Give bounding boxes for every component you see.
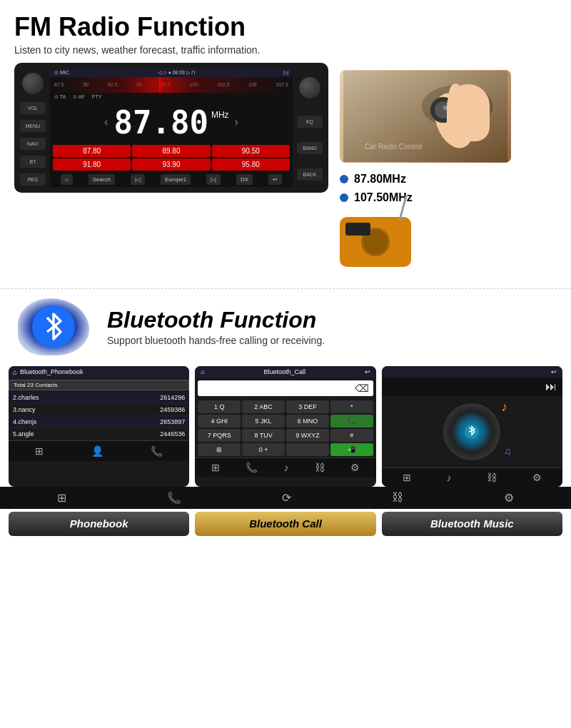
key-6[interactable]: 6 MNO [286, 415, 329, 428]
frequency-presets: 87.80 89.80 90.50 91.80 93.90 95.80 [50, 143, 293, 172]
link-icon-call[interactable]: ⛓ [315, 462, 325, 473]
tune-knob[interactable] [299, 77, 320, 98]
radio-left-buttons: VOL MENU NAVI BT RES [20, 69, 46, 187]
nav-link-icon[interactable]: ⛓ [392, 491, 403, 504]
bottom-navigation: ⊞ 📞 ⟳ ⛓ ⚙ [0, 487, 571, 509]
key-0[interactable]: 0 + [242, 443, 285, 456]
radio-icon [340, 217, 411, 281]
key-4[interactable]: 4 GHI [198, 415, 241, 428]
answer-button[interactable]: 📲 [330, 443, 373, 456]
key-7[interactable]: 7 PQRS [198, 429, 241, 442]
bt-button[interactable]: BT [20, 156, 46, 168]
btmusic-panel: ↩ ⏭ ♪ ♫ ⊞ ♪ ⛓ ⚙ [382, 366, 562, 487]
station-europe1[interactable]: Europe1 [161, 174, 191, 185]
fm-content-row: VOL MENU NAVI BT RES ⊙ MIC ◁ ☆ ♦ 08:03 ▷… [0, 63, 571, 281]
back-right-button[interactable]: BACK [297, 168, 323, 181]
gear-icon-music[interactable]: ⚙ [532, 472, 542, 483]
btmusic-label: Bluetooth Music [382, 512, 562, 536]
person-icon[interactable]: 👤 [91, 445, 103, 457]
svg-point-5 [435, 101, 452, 118]
res-button[interactable]: RES [20, 173, 46, 186]
nav-grid-icon[interactable]: ⊞ [57, 491, 66, 505]
preset-2[interactable]: 89.80 [132, 145, 210, 157]
backspace-icon[interactable]: ⌫ [355, 383, 369, 394]
key-2[interactable]: 2 ABC [242, 400, 285, 413]
key-empty [286, 443, 329, 456]
phonebook-bottom-bar: ⊞ 👤 📞 [9, 440, 189, 461]
bluetooth-section: Bluetooth Function Support bluetooth han… [0, 289, 571, 363]
nav-refresh-icon[interactable]: ⟳ [282, 491, 291, 505]
preset-5[interactable]: 93.90 [132, 158, 210, 171]
vinyl-record [443, 403, 500, 460]
music-note-1: ♪ [501, 400, 507, 415]
dx-button[interactable]: DX [236, 174, 253, 185]
freq-right-arrow[interactable]: › [232, 116, 241, 128]
key-9[interactable]: 9 WXYZ [286, 429, 329, 442]
gear-icon-call[interactable]: ⚙ [350, 462, 360, 473]
freq-bullet-2: 107.50MHz [340, 191, 413, 204]
key-grid[interactable]: ⊞ [198, 443, 241, 456]
vol-button[interactable]: VOL [20, 102, 46, 114]
bt-icon-circle [32, 305, 75, 348]
back-icon[interactable]: ↩ [365, 368, 370, 375]
bt-title: Bluetooth Function [107, 307, 557, 333]
nav-gear-icon[interactable]: ⚙ [504, 491, 514, 505]
key-hash[interactable]: # [330, 429, 373, 442]
btmusic-label-text: Bluetooth Music [430, 517, 514, 530]
music-note-2: ♫ [504, 445, 512, 457]
freq-left-arrow[interactable]: ‹ [101, 116, 111, 128]
phonebook-label: Phonebook [9, 512, 189, 536]
btcall-panel: ⌂ Bluetooth_Call ↩ ⌫ 1 Q 2 ABC 3 DEF * 4… [195, 366, 375, 487]
call-input[interactable]: ⌫ [198, 380, 373, 396]
contact-2[interactable]: 3.nancy 2459386 [9, 404, 189, 416]
contact-1[interactable]: 2.charles 2614296 [9, 392, 189, 404]
music-icon-bottom[interactable]: ♪ [446, 472, 451, 483]
contacts-count: Total 23 Contacts [9, 380, 189, 390]
phone-icon-call[interactable]: 📞 [246, 462, 258, 473]
call-button[interactable]: 📞 [330, 415, 373, 428]
nav-phone-icon[interactable]: 📞 [167, 491, 181, 505]
music-icon-call[interactable]: ♪ [283, 462, 288, 473]
svg-text:Car Radio Control: Car Radio Control [365, 143, 422, 151]
next-button[interactable]: ▷| [206, 174, 221, 185]
key-8[interactable]: 8 TUV [242, 429, 285, 442]
preset-1[interactable]: 87.80 [53, 145, 131, 157]
home-icon: ⌂ [13, 368, 17, 376]
btcall-title: Bluetooth_Call [263, 368, 305, 375]
grid-icon[interactable]: ⊞ [35, 445, 44, 457]
band-button[interactable]: BAND [297, 142, 323, 154]
menu-button[interactable]: MENU [20, 120, 46, 132]
radio-screen: ⊙ MIC ◁ ☆ ♦ 08:03 ▷ ⊓ ▷| 87.5 90 92.5 95… [50, 69, 293, 187]
bluetooth-text: Bluetooth Function Support bluetooth han… [107, 307, 557, 346]
search-button[interactable]: Search [89, 174, 115, 185]
prev-button[interactable]: |◁ [131, 174, 145, 185]
preset-6[interactable]: 95.80 [212, 158, 290, 171]
radio-options: ⊙ TA ⊙ AF PTY [50, 93, 293, 101]
frequency-bullets: 87.80MHz 107.50MHz [340, 173, 413, 204]
btmusic-header: ↩ [382, 366, 562, 378]
fm-info-panel: Car Radio Control 87.80MHz 107.50MHz [340, 63, 511, 281]
grid-icon-call[interactable]: ⊞ [211, 462, 220, 473]
key-5[interactable]: 5 JKL [242, 415, 285, 428]
contact-4[interactable]: 5.angle 2446536 [9, 428, 189, 440]
preset-4[interactable]: 91.80 [53, 158, 131, 171]
phone-icon[interactable]: 📞 [151, 445, 163, 457]
music-player: ♪ ♫ [382, 396, 562, 467]
grid-icon-music[interactable]: ⊞ [403, 472, 411, 483]
key-star[interactable]: * [330, 400, 373, 413]
svg-point-6 [443, 106, 448, 110]
home-button[interactable]: ⌂ [61, 174, 73, 185]
eq-button[interactable]: EQ [297, 116, 323, 128]
key-1[interactable]: 1 Q [198, 400, 241, 413]
vinyl-container: ♪ ♫ [443, 403, 500, 460]
preset-3[interactable]: 90.50 [212, 145, 290, 157]
power-knob[interactable] [22, 73, 44, 94]
back-button[interactable]: ↩ [268, 174, 282, 185]
link-icon-music[interactable]: ⛓ [487, 472, 497, 483]
bluetooth-symbol-icon [41, 310, 66, 343]
contact-3[interactable]: 4.chenjx 2653897 [9, 416, 189, 428]
key-3[interactable]: 3 DEF [286, 400, 329, 413]
back-icon-music[interactable]: ↩ [551, 368, 557, 375]
navi-button[interactable]: NAVI [20, 138, 46, 150]
next-track-icon[interactable]: ⏭ [545, 380, 557, 393]
